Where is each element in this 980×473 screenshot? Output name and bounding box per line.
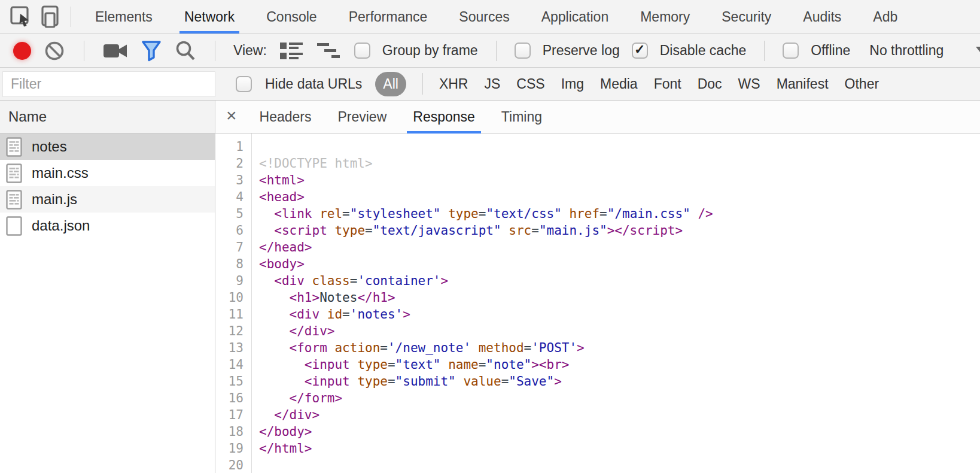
tab-memory[interactable]: Memory xyxy=(640,0,690,34)
tabbar-divider xyxy=(71,7,71,27)
request-name: data.json xyxy=(32,217,90,234)
device-toolbar-icon[interactable] xyxy=(36,2,65,31)
line-number: 9 xyxy=(215,272,251,289)
line-number: 5 xyxy=(215,205,251,222)
close-icon[interactable]: × xyxy=(215,105,246,128)
preserve-log-checkbox[interactable] xyxy=(515,43,531,59)
filter-input[interactable] xyxy=(2,71,215,97)
inspect-element-icon[interactable] xyxy=(7,2,36,31)
line-content: </html> xyxy=(251,440,312,457)
clear-icon[interactable] xyxy=(43,40,66,62)
code-line-10: 10 <h1>Notes</h1> xyxy=(215,289,980,306)
tab-console[interactable]: Console xyxy=(266,0,316,34)
filter-type-js[interactable]: JS xyxy=(484,76,500,92)
filter-type-font[interactable]: Font xyxy=(654,76,681,92)
request-row-main-css[interactable]: main.css xyxy=(0,160,215,186)
group-by-frame-checkbox[interactable] xyxy=(354,43,370,59)
code-line-4: 4<head> xyxy=(215,189,980,205)
filter-type-css[interactable]: CSS xyxy=(516,76,544,92)
line-number: 18 xyxy=(215,423,251,440)
tab-performance[interactable]: Performance xyxy=(349,0,428,34)
search-icon[interactable] xyxy=(174,40,197,62)
filter-type-media[interactable]: Media xyxy=(600,76,638,92)
offline-checkbox[interactable] xyxy=(783,43,799,59)
code-line-7: 7</head> xyxy=(215,239,980,256)
line-content: </div> xyxy=(251,407,319,423)
code-line-8: 8<body> xyxy=(215,256,980,272)
capture-screenshots-icon[interactable] xyxy=(102,42,129,60)
request-row-main-js[interactable]: main.js xyxy=(0,186,215,213)
tab-timing[interactable]: Timing xyxy=(501,101,542,134)
name-column-header[interactable]: Name xyxy=(0,101,215,134)
tab-response[interactable]: Response xyxy=(413,101,475,134)
code-line-20: 20 xyxy=(215,457,980,473)
toolbar-divider xyxy=(84,41,84,61)
throttling-dropdown-arrow-icon[interactable] xyxy=(976,47,980,55)
request-row-notes[interactable]: notes xyxy=(0,134,215,160)
tab-preview[interactable]: Preview xyxy=(337,101,386,134)
toolbar-divider xyxy=(764,41,765,61)
line-number: 10 xyxy=(215,289,251,306)
network-toolbar: View: Group by frame Preserve log Disab xyxy=(0,34,980,68)
tab-network[interactable]: Network xyxy=(184,0,235,34)
tab-security[interactable]: Security xyxy=(722,0,771,34)
response-code-view[interactable]: 12<!DOCTYPE html>3<html>4<head>5 <link r… xyxy=(215,134,980,473)
request-type-filters: AllXHRJSCSSImgMediaFontDocWSManifestOthe… xyxy=(375,72,879,96)
code-line-16: 16 </form> xyxy=(215,390,980,407)
request-row-data-json[interactable]: data.json xyxy=(0,213,215,239)
group-by-frame-label[interactable]: Group by frame xyxy=(382,43,478,59)
disable-cache-label[interactable]: Disable cache xyxy=(660,43,746,59)
toolbar-divider xyxy=(496,41,497,61)
line-content: <div class='container'> xyxy=(251,272,448,289)
tab-headers[interactable]: Headers xyxy=(260,101,312,134)
line-number: 12 xyxy=(215,323,251,339)
show-overview-icon[interactable] xyxy=(316,41,342,61)
filter-type-img[interactable]: Img xyxy=(561,76,584,92)
filter-type-xhr[interactable]: XHR xyxy=(439,76,468,92)
line-number: 2 xyxy=(215,155,251,172)
line-content: <h1>Notes</h1> xyxy=(251,289,395,306)
line-number: 6 xyxy=(215,222,251,239)
line-number: 8 xyxy=(215,256,251,272)
tab-sources[interactable]: Sources xyxy=(459,0,509,34)
line-content xyxy=(251,138,259,155)
toolbar-divider xyxy=(215,41,215,61)
detail-tabbar: × HeadersPreviewResponseTiming xyxy=(215,101,980,134)
filter-divider xyxy=(422,73,423,95)
large-request-rows-icon[interactable] xyxy=(279,41,304,61)
offline-label[interactable]: Offline xyxy=(811,43,850,59)
hide-data-urls-checkbox[interactable] xyxy=(236,76,252,92)
line-number: 4 xyxy=(215,189,251,205)
tab-elements[interactable]: Elements xyxy=(95,0,153,34)
line-number: 7 xyxy=(215,239,251,256)
gutter-border xyxy=(251,134,252,473)
filter-type-doc[interactable]: Doc xyxy=(698,76,722,92)
code-line-2: 2<!DOCTYPE html> xyxy=(215,155,980,172)
code-line-5: 5 <link rel="stylesheet" type="text/css"… xyxy=(215,205,980,222)
filter-icon[interactable] xyxy=(141,39,162,63)
blank-file-icon xyxy=(6,216,22,236)
request-detail-panel: × HeadersPreviewResponseTiming 12<!DOCTY… xyxy=(215,101,980,473)
code-line-15: 15 <input type="submit" value="Save"> xyxy=(215,373,980,390)
line-content: <form action='/new_note' method='POST'> xyxy=(251,339,585,356)
requests-panel: Name notesmain.cssmain.jsdata.json xyxy=(0,101,215,473)
code-line-3: 3<html> xyxy=(215,172,980,189)
tab-audits[interactable]: Audits xyxy=(803,0,841,34)
filter-type-all[interactable]: All xyxy=(375,72,406,96)
request-name: notes xyxy=(32,138,67,155)
code-line-14: 14 <input type="text" name="note"><br> xyxy=(215,356,980,373)
preserve-log-label[interactable]: Preserve log xyxy=(543,43,620,59)
line-number: 1 xyxy=(215,138,251,155)
tab-application[interactable]: Application xyxy=(541,0,609,34)
code-line-17: 17 </div> xyxy=(215,407,980,423)
hide-data-urls-label[interactable]: Hide data URLs xyxy=(265,76,362,92)
filter-type-other[interactable]: Other xyxy=(845,76,879,92)
throttling-select[interactable]: No throttling xyxy=(869,43,944,59)
line-content: </form> xyxy=(251,390,342,407)
tab-adb[interactable]: Adb xyxy=(873,0,897,34)
disable-cache-checkbox[interactable] xyxy=(632,43,648,59)
record-icon[interactable] xyxy=(13,42,31,60)
filter-type-manifest[interactable]: Manifest xyxy=(777,76,829,92)
document-icon xyxy=(6,137,22,157)
filter-type-ws[interactable]: WS xyxy=(738,76,760,92)
